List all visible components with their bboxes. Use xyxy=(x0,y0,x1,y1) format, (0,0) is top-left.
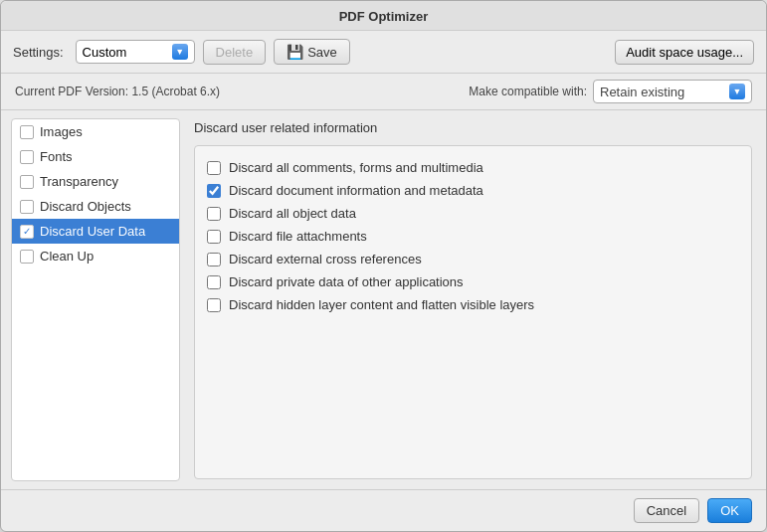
discard-user-data-checkbox[interactable]: ✓ xyxy=(20,225,34,239)
delete-label: Delete xyxy=(216,45,254,60)
audit-label: Audit space usage... xyxy=(626,45,743,60)
hidden-layers-label: Discard hidden layer content and flatten… xyxy=(229,297,534,312)
footer: Cancel OK xyxy=(1,489,766,531)
retain-value: Retain existing xyxy=(600,85,684,99)
save-button[interactable]: 💾 Save xyxy=(274,39,350,65)
audit-button[interactable]: Audit space usage... xyxy=(615,40,754,65)
info-bar: Current PDF Version: 1.5 (Acrobat 6.x) M… xyxy=(1,74,766,110)
sidebar-item-label: Images xyxy=(40,124,83,139)
panel-title: Discard user related information xyxy=(194,120,752,135)
settings-dropdown[interactable]: Custom ▼ xyxy=(76,40,195,64)
option-row-comments: Discard all comments, forms and multimed… xyxy=(207,156,739,179)
settings-value: Custom xyxy=(83,45,127,60)
settings-label: Settings: xyxy=(13,45,64,60)
sidebar-item-label: Transparency xyxy=(40,174,118,189)
sidebar-item-label: Discard User Data xyxy=(40,224,145,239)
content: Images Fonts Transparency Discard Object… xyxy=(1,110,766,489)
ok-button[interactable]: OK xyxy=(707,498,752,523)
delete-button[interactable]: Delete xyxy=(203,40,267,65)
comments-label: Discard all comments, forms and multimed… xyxy=(229,160,483,175)
object-data-checkbox[interactable] xyxy=(207,207,221,221)
toolbar: Settings: Custom ▼ Delete 💾 Save Audit s… xyxy=(1,31,766,74)
settings-dropdown-arrow-icon: ▼ xyxy=(172,44,188,60)
comments-checkbox[interactable] xyxy=(207,161,221,175)
doc-info-checkbox[interactable] xyxy=(207,184,221,198)
sidebar-item-label: Fonts xyxy=(40,149,73,164)
private-data-label: Discard private data of other applicatio… xyxy=(229,274,464,289)
sidebar-item-discard-user-data[interactable]: ✓ Discard User Data xyxy=(12,219,179,244)
images-checkbox[interactable] xyxy=(20,125,34,139)
transparency-checkbox[interactable] xyxy=(20,175,34,189)
pdf-version: Current PDF Version: 1.5 (Acrobat 6.x) xyxy=(15,85,220,98)
cancel-button[interactable]: Cancel xyxy=(634,498,699,523)
save-label: Save xyxy=(307,45,337,60)
sidebar-item-discard-objects[interactable]: Discard Objects xyxy=(12,194,179,219)
sidebar-item-label: Clean Up xyxy=(40,249,94,264)
option-row-doc-info: Discard document information and metadat… xyxy=(207,179,739,202)
cross-refs-label: Discard external cross references xyxy=(229,252,422,266)
object-data-label: Discard all object data xyxy=(229,206,356,221)
sidebar-item-label: Discard Objects xyxy=(40,199,131,214)
private-data-checkbox[interactable] xyxy=(207,275,221,289)
option-row-file-attach: Discard file attachments xyxy=(207,225,739,248)
discard-objects-checkbox[interactable] xyxy=(20,200,34,214)
fonts-checkbox[interactable] xyxy=(20,150,34,164)
window-title: PDF Optimizer xyxy=(339,9,429,24)
option-row-cross-refs: Discard external cross references xyxy=(207,248,739,270)
compat-dropdown[interactable]: Retain existing ▼ xyxy=(593,80,752,103)
ok-label: OK xyxy=(720,503,739,518)
compat-dropdown-arrow-icon: ▼ xyxy=(729,84,745,99)
hidden-layers-checkbox[interactable] xyxy=(207,298,221,312)
sidebar-item-transparency[interactable]: Transparency xyxy=(12,169,179,194)
main-panel: Discard user related information Discard… xyxy=(180,110,766,489)
sidebar: Images Fonts Transparency Discard Object… xyxy=(11,118,180,481)
sidebar-item-fonts[interactable]: Fonts xyxy=(12,144,179,169)
sidebar-item-clean-up[interactable]: Clean Up xyxy=(12,244,179,268)
option-row-object-data: Discard all object data xyxy=(207,202,739,225)
file-attach-checkbox[interactable] xyxy=(207,230,221,244)
cross-refs-checkbox[interactable] xyxy=(207,253,221,266)
doc-info-label: Discard document information and metadat… xyxy=(229,183,483,198)
file-attach-label: Discard file attachments xyxy=(229,229,367,244)
cancel-label: Cancel xyxy=(647,503,686,518)
clean-up-checkbox[interactable] xyxy=(20,250,34,264)
window: PDF Optimizer Settings: Custom ▼ Delete … xyxy=(0,0,767,532)
titlebar: PDF Optimizer xyxy=(1,1,766,31)
option-row-hidden-layers: Discard hidden layer content and flatten… xyxy=(207,293,739,316)
floppy-icon: 💾 xyxy=(287,44,303,60)
make-compat-label: Make compatible with: xyxy=(469,85,587,98)
make-compatible: Make compatible with: Retain existing ▼ xyxy=(469,80,752,103)
option-row-private-data: Discard private data of other applicatio… xyxy=(207,270,739,293)
panel-content: Discard all comments, forms and multimed… xyxy=(194,145,752,479)
checkmark-icon: ✓ xyxy=(23,227,31,237)
sidebar-item-images[interactable]: Images xyxy=(12,119,179,144)
